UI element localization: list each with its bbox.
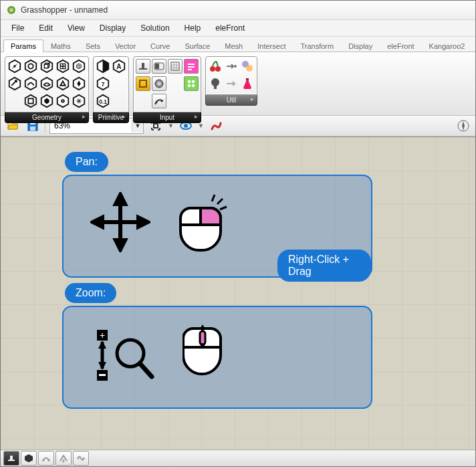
menu-display[interactable]: Display xyxy=(93,21,132,35)
svg-point-95 xyxy=(43,460,45,462)
svg-rect-93 xyxy=(10,456,13,460)
tab-kangaroo2[interactable]: Kangaroo2 xyxy=(422,39,473,52)
svg-point-1 xyxy=(9,8,13,12)
svg-point-56 xyxy=(211,78,219,86)
status-hex-button[interactable] xyxy=(21,451,37,466)
compass-icon[interactable] xyxy=(455,118,471,134)
svg-point-19 xyxy=(62,100,64,102)
geo-plane-icon[interactable] xyxy=(23,94,38,108)
geo-geometry-icon[interactable] xyxy=(72,94,86,108)
tab-maths[interactable]: Maths xyxy=(43,39,78,52)
svg-text:+: + xyxy=(100,330,105,341)
util-tree-icon[interactable] xyxy=(208,76,223,91)
app-icon xyxy=(6,5,17,15)
input-knob-icon[interactable] xyxy=(152,76,166,91)
tab-mesh[interactable]: Mesh xyxy=(217,39,250,52)
pan-arrows-icon xyxy=(90,192,150,254)
geo-circle-icon[interactable] xyxy=(23,59,38,74)
prim-boolean-icon[interactable] xyxy=(96,59,110,74)
panel-primitive-body: 7 0.1 A xyxy=(93,56,129,112)
input-bool-icon[interactable] xyxy=(152,59,166,74)
status-wire2-button[interactable]: z xyxy=(55,451,72,466)
menu-elefront[interactable]: eleFront xyxy=(209,21,251,35)
geo-brep-icon[interactable] xyxy=(39,94,54,108)
prim-number-icon[interactable]: 0.1 xyxy=(96,94,110,108)
panel-geometry-label[interactable]: Geometry xyxy=(5,112,89,123)
tab-elefront[interactable]: eleFront xyxy=(380,39,421,52)
svg-marker-11 xyxy=(41,60,53,72)
util-scribble-icon[interactable] xyxy=(240,59,255,74)
tab-transform[interactable]: Transform xyxy=(293,39,341,52)
geo-twisted-icon[interactable] xyxy=(55,94,70,108)
preview-dropdown[interactable]: ▼ xyxy=(198,122,204,129)
svg-rect-92 xyxy=(8,460,15,461)
svg-text:z: z xyxy=(62,458,65,463)
tab-sets[interactable]: Sets xyxy=(78,39,108,52)
svg-point-53 xyxy=(210,66,215,72)
util-flask-icon[interactable] xyxy=(240,76,255,91)
svg-rect-60 xyxy=(246,78,249,80)
tab-user[interactable]: User xyxy=(472,39,476,52)
menu-file[interactable]: File xyxy=(5,21,31,35)
statusbar: z xyxy=(1,450,475,466)
prim-integer-icon[interactable]: 7 xyxy=(96,76,110,91)
svg-marker-8 xyxy=(25,78,37,90)
panel-primitive: 7 0.1 A Primitive xyxy=(93,56,129,111)
svg-marker-94 xyxy=(25,454,33,462)
panel-primitive-label[interactable]: Primitive xyxy=(93,112,129,123)
input-button-icon[interactable] xyxy=(184,76,199,91)
geo-point-icon[interactable] xyxy=(7,59,22,74)
tab-params[interactable]: Params xyxy=(3,39,43,52)
panel-util-body xyxy=(205,56,257,95)
svg-rect-46 xyxy=(188,64,195,65)
prim-text-icon[interactable]: A xyxy=(112,59,126,74)
zoom-label: Zoom: xyxy=(65,283,116,303)
svg-marker-5 xyxy=(9,78,21,90)
tab-vector[interactable]: Vector xyxy=(108,39,143,52)
menu-view[interactable]: View xyxy=(61,21,92,35)
status-wire3-button[interactable] xyxy=(73,451,89,466)
input-valuelist-icon[interactable] xyxy=(184,59,199,74)
util-relay-icon[interactable] xyxy=(224,76,239,91)
geo-mesh-icon[interactable] xyxy=(55,59,70,74)
util-jump-icon[interactable] xyxy=(224,59,239,74)
menu-edit[interactable]: Edit xyxy=(32,21,60,35)
status-display-button[interactable] xyxy=(3,451,19,466)
sketch-button[interactable] xyxy=(208,118,224,134)
panel-util-label[interactable]: Util xyxy=(205,95,257,106)
svg-rect-64 xyxy=(154,124,158,128)
mouse-scroll-icon xyxy=(183,320,229,386)
tab-display[interactable]: Display xyxy=(341,39,380,52)
svg-marker-71 xyxy=(116,240,125,250)
panel-input-label[interactable]: Input xyxy=(133,112,201,123)
input-mdslider-icon[interactable] xyxy=(168,59,183,74)
geo-field-icon[interactable] xyxy=(72,59,86,74)
svg-rect-41 xyxy=(171,62,179,70)
geo-meshface-icon[interactable] xyxy=(55,76,70,91)
panel-geometry: Geometry xyxy=(5,56,89,111)
input-slider-icon[interactable] xyxy=(136,59,150,74)
svg-text:A: A xyxy=(116,63,122,70)
menu-help[interactable]: Help xyxy=(178,21,208,35)
input-graph-icon[interactable] xyxy=(152,94,166,108)
geo-box-icon[interactable] xyxy=(39,59,54,74)
geo-surface-icon[interactable] xyxy=(39,76,54,91)
window-title: Grasshopper - unnamed xyxy=(21,5,108,15)
input-panel-icon[interactable] xyxy=(136,76,150,91)
menu-solution[interactable]: Solution xyxy=(134,21,176,35)
svg-point-39 xyxy=(156,102,158,104)
zoom-extents-dropdown[interactable]: ▼ xyxy=(168,122,174,129)
tab-surface[interactable]: Surface xyxy=(177,39,217,52)
geo-curve-icon[interactable] xyxy=(23,76,38,91)
tab-curve[interactable]: Curve xyxy=(143,39,177,52)
svg-marker-16 xyxy=(57,78,69,90)
status-wire1-button[interactable] xyxy=(38,451,54,466)
util-cherry-icon[interactable] xyxy=(208,59,223,74)
app-window: Grasshopper - unnamed File Edit View Dis… xyxy=(0,0,476,467)
svg-rect-47 xyxy=(188,66,195,68)
svg-marker-20 xyxy=(74,60,85,72)
tab-intersect[interactable]: Intersect xyxy=(250,39,293,52)
geo-group-icon[interactable] xyxy=(72,76,86,91)
geo-vector-icon[interactable] xyxy=(7,76,22,91)
canvas[interactable]: Pan: xyxy=(1,136,475,450)
